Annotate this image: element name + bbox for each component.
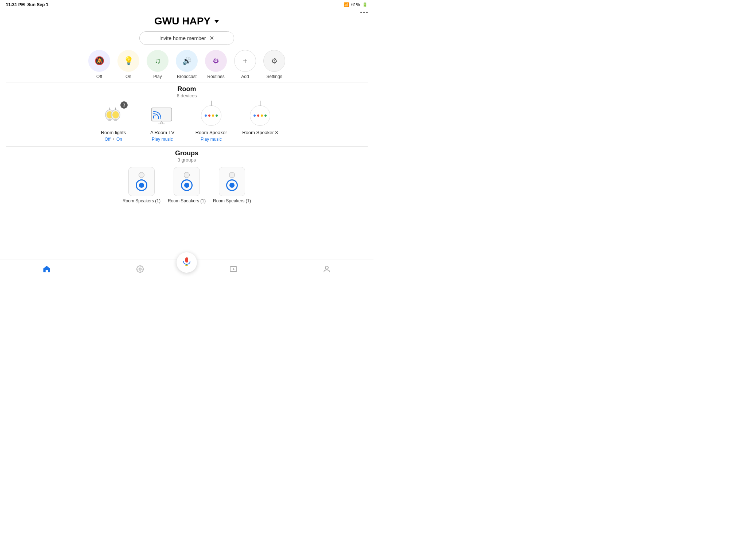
divider-2 bbox=[6, 146, 368, 147]
action-off-label: Off bbox=[96, 74, 102, 79]
room-lights-icon-wrap: 3 bbox=[101, 103, 126, 128]
action-on[interactable]: 💡 On bbox=[117, 50, 139, 79]
speaker-3-antenna bbox=[260, 101, 260, 106]
speaker-grill-2 bbox=[184, 172, 190, 178]
a-room-tv-icon-wrap bbox=[150, 103, 175, 128]
wifi-icon: 📶 bbox=[344, 2, 349, 7]
status-off[interactable]: Off bbox=[105, 137, 111, 142]
room-lights-status: Off • On bbox=[105, 137, 122, 142]
a-room-tv-action[interactable]: Play music bbox=[152, 137, 173, 142]
room-lights-badge: 3 bbox=[120, 101, 128, 109]
svg-line-10 bbox=[162, 121, 163, 124]
quick-actions-bar: 🔕 Off 💡 On ♫ Play 🔊 Broadcast ⚙ Routines… bbox=[0, 50, 374, 79]
group-3-name: Room Speakers (1) bbox=[213, 198, 251, 203]
svg-rect-21 bbox=[185, 257, 188, 262]
device-room-lights[interactable]: 3 Room lights Off • On bbox=[93, 103, 133, 142]
home-icon bbox=[42, 265, 51, 276]
svg-point-5 bbox=[112, 111, 119, 118]
tv-icon bbox=[150, 105, 175, 126]
action-circle-on: 💡 bbox=[117, 50, 139, 72]
action-routines-label: Routines bbox=[207, 74, 224, 79]
groups-subtitle: 3 groups bbox=[9, 157, 365, 163]
action-off[interactable]: 🔕 Off bbox=[88, 50, 110, 79]
close-icon[interactable]: ✕ bbox=[209, 35, 214, 42]
group-3-icon bbox=[219, 167, 245, 196]
divider-1 bbox=[6, 82, 368, 82]
status-on[interactable]: On bbox=[116, 137, 122, 142]
svg-rect-2 bbox=[108, 119, 111, 121]
device-a-room-tv[interactable]: A Room TV Play music bbox=[142, 103, 182, 142]
home-title-text: GWU HAPY bbox=[154, 15, 210, 27]
add-icon: + bbox=[243, 56, 248, 66]
room-speaker-3-name: Room Speaker 3 bbox=[242, 130, 278, 135]
device-room-speaker-3[interactable]: Room Speaker 3 bbox=[240, 103, 280, 142]
action-circle-broadcast: 🔊 bbox=[176, 50, 198, 72]
action-circle-play: ♫ bbox=[147, 50, 169, 72]
action-on-label: On bbox=[125, 74, 131, 79]
room-speaker-icon bbox=[201, 105, 221, 126]
room-speaker-name: Room Speaker bbox=[196, 130, 227, 135]
broadcast-icon: 🔊 bbox=[182, 57, 191, 65]
room-speaker-3-icon bbox=[250, 105, 270, 126]
media-icon bbox=[229, 265, 238, 276]
status-bar: 11:31 PM Sun Sep 1 📶 61% 🔋 bbox=[0, 0, 374, 9]
room-section: Room 6 devices 3 Room lights bbox=[0, 85, 374, 142]
svg-point-13 bbox=[139, 268, 141, 270]
speaker-3-dots bbox=[253, 114, 267, 117]
speaker-dots bbox=[205, 114, 218, 117]
settings-icon: ⚙ bbox=[271, 57, 278, 65]
nav-home[interactable] bbox=[36, 262, 57, 279]
group-1-icon bbox=[128, 167, 155, 196]
invite-home-member-button[interactable]: Invite home member ✕ bbox=[139, 31, 234, 45]
explore-icon bbox=[136, 265, 144, 276]
battery-icon: 🔋 bbox=[362, 2, 368, 7]
action-add[interactable]: + Add bbox=[234, 50, 256, 79]
home-title[interactable]: GWU HAPY bbox=[0, 15, 374, 27]
speaker-inner-3 bbox=[229, 183, 235, 188]
svg-line-9 bbox=[160, 121, 162, 124]
action-circle-routines: ⚙ bbox=[205, 50, 227, 72]
action-settings-label: Settings bbox=[266, 74, 282, 79]
speaker-grill-3 bbox=[229, 172, 235, 178]
speaker-inner-1 bbox=[139, 183, 144, 188]
group-2-icon bbox=[174, 167, 200, 196]
room-lights-name: Room lights bbox=[101, 130, 126, 135]
groups-title: Groups bbox=[9, 149, 365, 157]
svg-rect-6 bbox=[114, 119, 117, 121]
room-subtitle: 6 devices bbox=[9, 93, 365, 98]
microphone-icon bbox=[182, 256, 192, 269]
action-circle-off: 🔕 bbox=[88, 50, 110, 72]
group-2[interactable]: Room Speakers (1) bbox=[168, 167, 206, 203]
nav-account[interactable] bbox=[317, 262, 337, 279]
action-play-label: Play bbox=[153, 74, 162, 79]
action-circle-add: + bbox=[234, 50, 256, 72]
speaker-ring-1 bbox=[136, 179, 147, 191]
speaker-grill-1 bbox=[139, 172, 144, 178]
group-3[interactable]: Room Speakers (1) bbox=[213, 167, 251, 203]
invite-label: Invite home member bbox=[159, 35, 206, 41]
svg-point-20 bbox=[325, 266, 328, 269]
room-speaker-icon-wrap bbox=[198, 103, 224, 128]
action-routines[interactable]: ⚙ Routines bbox=[205, 50, 227, 79]
nav-media[interactable] bbox=[223, 262, 244, 279]
speaker-antenna bbox=[211, 101, 212, 106]
svg-rect-8 bbox=[151, 108, 172, 121]
action-add-label: Add bbox=[241, 74, 249, 79]
room-speaker-action[interactable]: Play music bbox=[201, 137, 222, 142]
status-time: 11:31 PM Sun Sep 1 bbox=[6, 2, 49, 7]
action-broadcast[interactable]: 🔊 Broadcast bbox=[176, 50, 198, 79]
action-play[interactable]: ♫ Play bbox=[147, 50, 169, 79]
group-1[interactable]: Room Speakers (1) bbox=[123, 167, 160, 203]
battery-text: 61% bbox=[351, 2, 360, 7]
room-title: Room bbox=[9, 85, 365, 93]
action-settings[interactable]: ⚙ Settings bbox=[263, 50, 285, 79]
action-circle-settings: ⚙ bbox=[263, 50, 285, 72]
more-menu-button[interactable] bbox=[360, 12, 368, 13]
nav-explore[interactable] bbox=[130, 262, 150, 279]
room-speaker-3-icon-wrap bbox=[247, 103, 273, 128]
device-room-speaker[interactable]: Room Speaker Play music bbox=[191, 103, 231, 142]
status-icons: 📶 61% 🔋 bbox=[344, 2, 368, 7]
action-broadcast-label: Broadcast bbox=[177, 74, 197, 79]
microphone-button[interactable] bbox=[177, 252, 197, 273]
speaker-ring-3 bbox=[226, 179, 238, 191]
